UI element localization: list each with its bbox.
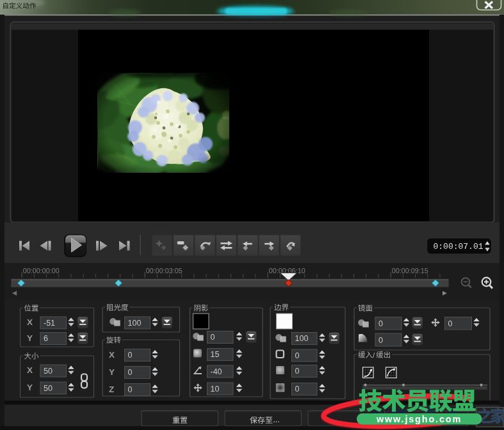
svg-text:-40: -40 (211, 367, 222, 376)
svg-text:0: 0 (448, 319, 453, 328)
svg-text:www.jsgho.com: www.jsgho.com (376, 414, 462, 424)
svg-text:-51: -51 (44, 319, 55, 328)
svg-text:0: 0 (211, 333, 215, 342)
svg-text:0: 0 (378, 336, 383, 345)
svg-text:Y: Y (27, 383, 33, 392)
svg-text:Y: Y (27, 333, 33, 343)
svg-text:Y: Y (109, 367, 115, 377)
svg-text:0: 0 (295, 385, 300, 394)
svg-text:50: 50 (44, 384, 53, 393)
svg-text:0: 0 (128, 385, 133, 394)
svg-text:100: 100 (128, 319, 142, 328)
svg-text:Z: Z (109, 385, 114, 394)
svg-text:00:00:00:00: 00:00:00:00 (23, 267, 60, 275)
svg-text:10: 10 (211, 385, 220, 394)
svg-text:100: 100 (295, 334, 309, 343)
svg-text:50: 50 (44, 367, 53, 376)
svg-text:6: 6 (44, 334, 48, 343)
svg-text:0: 0 (295, 351, 300, 360)
svg-text:X: X (109, 350, 115, 360)
svg-text:00:00:03:05: 00:00:03:05 (146, 267, 183, 275)
svg-text:0: 0 (295, 367, 300, 376)
svg-text:0: 0 (128, 368, 133, 377)
svg-text:15: 15 (211, 350, 220, 359)
svg-text:X: X (27, 365, 33, 375)
svg-text:0: 0 (378, 319, 383, 328)
svg-text:0:00:07.01: 0:00:07.01 (434, 242, 484, 251)
svg-text:00:00:09:15: 00:00:09:15 (392, 267, 428, 275)
svg-text:...: ... (273, 415, 280, 424)
svg-text:X: X (27, 317, 33, 327)
svg-text:0: 0 (128, 351, 133, 360)
